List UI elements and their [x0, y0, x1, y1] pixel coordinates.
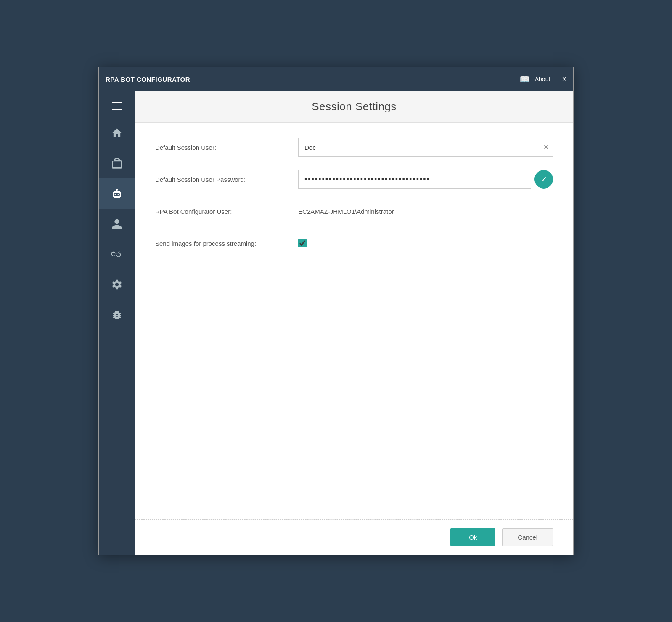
robot-icon: [111, 188, 123, 199]
default-session-user-control: ✕: [298, 138, 553, 157]
send-images-label: Send images for process streaming:: [155, 240, 298, 247]
form-area: Default Session User: ✕ Default Session …: [135, 123, 573, 519]
send-images-control: [298, 239, 553, 247]
hamburger-menu-button[interactable]: [99, 94, 135, 118]
default-session-password-control: ✓: [298, 170, 553, 189]
main-layout: Session Settings Default Session User: ✕…: [99, 91, 573, 555]
default-session-password-input[interactable]: [298, 170, 531, 189]
default-session-user-label: Default Session User:: [155, 144, 298, 151]
sidebar-item-infinity[interactable]: [99, 239, 135, 269]
checkmark-icon: ✓: [540, 174, 548, 184]
title-bar: RPA BOT CONFIGURATOR 📖 About | ×: [99, 67, 573, 91]
send-images-checkbox[interactable]: [298, 239, 307, 247]
close-button[interactable]: ×: [562, 75, 566, 84]
footer: Ok Cancel: [135, 519, 573, 555]
clear-user-button[interactable]: ✕: [543, 144, 549, 151]
rpa-bot-user-value: EC2AMAZ-JHMLO1\Administrator: [298, 208, 394, 215]
sidebar-item-settings[interactable]: [99, 269, 135, 300]
content-area: Session Settings Default Session User: ✕…: [135, 91, 573, 555]
infinity-icon: [111, 248, 123, 260]
cancel-button[interactable]: Cancel: [502, 528, 553, 546]
sidebar-item-user[interactable]: [99, 209, 135, 239]
sidebar-item-briefcase[interactable]: [99, 148, 135, 178]
sidebar-item-debug[interactable]: [99, 300, 135, 330]
svg-point-0: [115, 194, 116, 196]
password-wrapper: ✓: [298, 170, 553, 189]
page-title: Session Settings: [135, 100, 573, 113]
briefcase-icon: [111, 157, 123, 169]
sidebar-item-home[interactable]: [99, 118, 135, 148]
sidebar-item-bot[interactable]: [99, 178, 135, 209]
sidebar: [99, 91, 135, 555]
hamburger-icon: [112, 101, 122, 111]
home-icon: [111, 127, 123, 139]
page-header: Session Settings: [135, 91, 573, 123]
bug-icon: [111, 309, 123, 321]
book-icon[interactable]: 📖: [519, 74, 530, 84]
password-confirm-button[interactable]: ✓: [534, 170, 553, 189]
default-session-user-input[interactable]: [298, 138, 553, 157]
user-icon: [111, 218, 123, 230]
default-session-user-row: Default Session User: ✕: [155, 136, 553, 158]
divider: |: [555, 75, 557, 83]
settings-icon: [111, 279, 123, 290]
rpa-bot-user-label: RPA Bot Configurator User:: [155, 208, 298, 215]
default-session-password-row: Default Session User Password: ✓: [155, 168, 553, 190]
about-link[interactable]: About: [535, 76, 550, 82]
ok-button[interactable]: Ok: [450, 528, 495, 546]
app-title: RPA BOT CONFIGURATOR: [106, 76, 519, 83]
send-images-row: Send images for process streaming:: [155, 232, 553, 254]
rpa-bot-user-row: RPA Bot Configurator User: EC2AMAZ-JHMLO…: [155, 200, 553, 222]
app-window: RPA BOT CONFIGURATOR 📖 About | ×: [98, 67, 574, 555]
rpa-bot-user-control: EC2AMAZ-JHMLO1\Administrator: [298, 208, 553, 215]
default-session-password-label: Default Session User Password:: [155, 176, 298, 183]
title-bar-right: 📖 About | ×: [519, 74, 566, 84]
svg-point-1: [118, 194, 119, 196]
